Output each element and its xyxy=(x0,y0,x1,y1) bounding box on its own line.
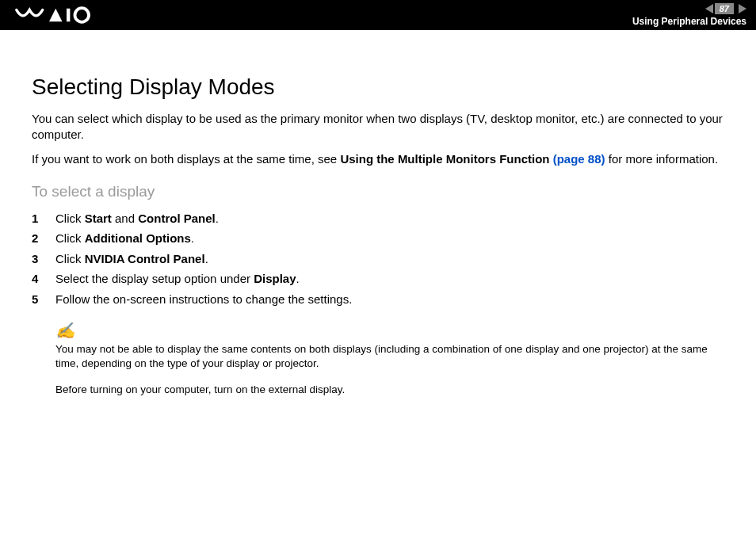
note-text-1: You may not be able to display the same … xyxy=(55,342,724,371)
header-bar: 87 Using Peripheral Devices xyxy=(0,0,756,30)
note-text-2: Before turning on your computer, turn on… xyxy=(55,383,724,397)
intro-paragraph-2: If you want to work on both displays at … xyxy=(32,151,724,167)
text: If you want to work on both displays at … xyxy=(32,152,340,166)
cross-ref-title: Using the Multiple Monitors Function (pa… xyxy=(340,152,605,166)
note-icon: ✍ xyxy=(55,320,724,341)
header-right: 87 Using Peripheral Devices xyxy=(632,3,746,27)
intro-paragraph-1: You can select which display to be used … xyxy=(32,111,724,143)
page-number: 87 xyxy=(715,3,734,14)
step-4: Select the display setup option under Di… xyxy=(32,269,724,289)
steps-list: Click Start and Control Panel. Click Add… xyxy=(32,208,724,310)
vaio-logo xyxy=(14,6,101,24)
svg-point-1 xyxy=(74,8,89,22)
step-3: Click NVIDIA Control Panel. xyxy=(32,249,724,269)
step-5: Follow the on-screen instructions to cha… xyxy=(32,289,724,310)
page-nav: 87 xyxy=(705,3,746,14)
procedure-heading: To select a display xyxy=(32,183,724,200)
text: for more information. xyxy=(605,152,719,166)
step-2: Click Additional Options. xyxy=(32,228,724,249)
step-1: Click Start and Control Panel. xyxy=(32,208,724,229)
page-title: Selecting Display Modes xyxy=(32,74,724,100)
page-content: Selecting Display Modes You can select w… xyxy=(0,30,756,424)
note-block: ✍ You may not be able to display the sam… xyxy=(32,320,724,397)
svg-rect-0 xyxy=(67,9,70,22)
next-page-icon[interactable] xyxy=(739,4,746,13)
section-title: Using Peripheral Devices xyxy=(632,16,746,27)
prev-page-icon[interactable] xyxy=(705,4,713,13)
page-link[interactable]: (page 88) xyxy=(550,152,605,166)
